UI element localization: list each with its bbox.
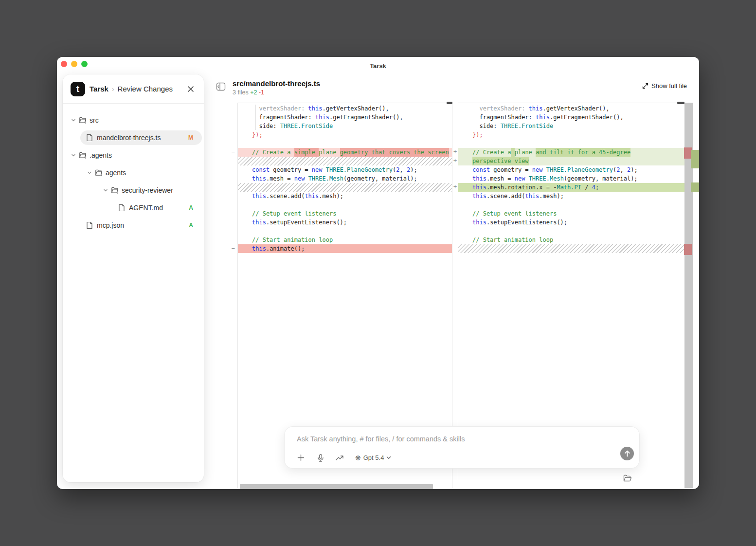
diff-marker-empty bbox=[229, 104, 237, 112]
diff-change-marker: + bbox=[452, 156, 458, 165]
send-button[interactable] bbox=[620, 447, 634, 460]
collapse-sidebar-icon[interactable] bbox=[216, 82, 226, 91]
code-token: const bbox=[472, 166, 490, 173]
left-gutter-markers: −− bbox=[229, 103, 237, 489]
tree-item-label: AGENT.md bbox=[129, 204, 163, 212]
code-token: .setupEventListeners(); bbox=[266, 219, 347, 226]
code-token: THREE.FrontSide bbox=[501, 123, 553, 129]
tarsk-logo: t bbox=[71, 82, 85, 96]
code-token: THREE.Mesh bbox=[529, 175, 564, 182]
microphone-icon[interactable] bbox=[316, 454, 324, 462]
code-token: this bbox=[305, 193, 319, 200]
code-token bbox=[511, 149, 514, 156]
code-line: // Start animation loop bbox=[238, 236, 452, 244]
code-token: .setupEventListeners(); bbox=[486, 219, 567, 226]
code-token: new bbox=[294, 175, 305, 182]
code-token: const bbox=[252, 166, 270, 173]
diff-marker-empty bbox=[452, 165, 458, 174]
code-token bbox=[305, 105, 308, 112]
horizontal-scrollbar-thumb[interactable] bbox=[240, 484, 433, 489]
diff-marker-empty bbox=[229, 226, 237, 235]
code-token: this bbox=[472, 184, 486, 191]
tree-item--agents[interactable]: .agents bbox=[63, 146, 204, 164]
tree-item-agent-md[interactable]: AGENT.mdA bbox=[63, 199, 204, 217]
code-token: this bbox=[315, 114, 329, 121]
code-token: Math.PI bbox=[557, 184, 581, 191]
code-line: this.mesh.rotation.x = -Math.PI / 4; bbox=[458, 183, 684, 192]
code-token: this bbox=[536, 114, 550, 121]
code-line bbox=[458, 244, 684, 253]
model-selector[interactable]: ❋ Gpt 5.4 bbox=[355, 454, 391, 462]
diff-marker-empty bbox=[452, 139, 458, 147]
code-token: this bbox=[529, 105, 543, 112]
file-tree: srcmandelbrot-threejs.tsM.agentsagentsse… bbox=[63, 104, 204, 234]
code-line: // Start animation loop bbox=[458, 236, 684, 244]
code-token: .mesh); bbox=[319, 193, 343, 200]
code-token: 4 bbox=[592, 184, 595, 191]
code-token: .animate(); bbox=[266, 245, 305, 252]
code-token: new bbox=[532, 166, 543, 173]
diff-marker-empty bbox=[229, 218, 237, 226]
code-line: vertexShader: this.getVertexShader(), bbox=[458, 104, 684, 113]
diff-marker-empty bbox=[452, 209, 458, 218]
attach-plus-icon[interactable] bbox=[297, 454, 305, 462]
diff-marker-empty bbox=[229, 191, 237, 200]
code-token: ); bbox=[630, 166, 637, 173]
diff-change-marker: + bbox=[452, 182, 458, 191]
code-token bbox=[525, 175, 528, 182]
tree-item-agents[interactable]: agents bbox=[63, 164, 204, 182]
sidebar-header: t Tarsk › Review Changes bbox=[63, 74, 204, 104]
code-token: plane bbox=[515, 149, 536, 156]
code-line bbox=[458, 200, 684, 209]
model-icon: ❋ bbox=[355, 454, 361, 462]
code-token: / bbox=[581, 184, 592, 191]
close-icon[interactable] bbox=[185, 84, 196, 94]
overview-deletion-marker bbox=[684, 244, 692, 255]
code-line: // Create a simple plane geometry that c… bbox=[238, 148, 452, 157]
folder-icon bbox=[95, 169, 103, 177]
tree-item-security-reviewer[interactable]: security-reviewer bbox=[63, 182, 204, 199]
open-folder-icon[interactable] bbox=[623, 474, 632, 483]
chevron-down-icon[interactable] bbox=[86, 169, 93, 176]
diff-marker-empty bbox=[452, 226, 458, 235]
tree-item-mandelbrot-threejs-ts[interactable]: mandelbrot-threejs.tsM bbox=[63, 129, 204, 146]
git-status-badge: A bbox=[189, 204, 193, 211]
show-full-file-button[interactable]: Show full file bbox=[642, 82, 687, 90]
tree-item-mcp-json[interactable]: mcp.jsonA bbox=[63, 217, 204, 234]
left-pane-scrollbar-thumb[interactable] bbox=[447, 102, 452, 104]
code-line: }); bbox=[238, 130, 452, 139]
code-token: fragmentShader: bbox=[252, 114, 315, 121]
trending-chart-icon[interactable] bbox=[336, 454, 344, 462]
folder-icon bbox=[79, 151, 87, 159]
tree-item-label: .agents bbox=[90, 151, 112, 159]
code-line: perspective view bbox=[458, 157, 684, 165]
code-token: this bbox=[252, 219, 266, 226]
code-line bbox=[458, 139, 684, 148]
code-token: geometry that covers the screen bbox=[340, 149, 449, 156]
chat-input[interactable] bbox=[297, 434, 598, 444]
code-token: THREE.FrontSide bbox=[280, 123, 333, 129]
code-modified: vertexShader: this.getVertexShader(), fr… bbox=[458, 103, 684, 253]
code-line: const geometry = new THREE.PlaneGeometry… bbox=[458, 165, 684, 174]
code-token bbox=[525, 105, 528, 112]
code-token: plane bbox=[319, 149, 340, 156]
code-line: }); bbox=[458, 130, 684, 139]
code-line bbox=[458, 227, 684, 236]
code-line: // Setup event listeners bbox=[458, 209, 684, 218]
folder-icon bbox=[111, 186, 119, 194]
tree-item-src[interactable]: src bbox=[63, 111, 204, 129]
brand-name: Tarsk bbox=[90, 85, 108, 93]
file-icon bbox=[86, 134, 94, 142]
tree-item-label: mcp.json bbox=[97, 221, 124, 229]
code-line: vertexShader: this.getVertexShader(), bbox=[238, 104, 452, 113]
model-name: Gpt 5.4 bbox=[363, 454, 384, 461]
code-token: vertexShader: bbox=[472, 105, 525, 112]
code-token: new bbox=[515, 175, 525, 182]
chevron-down-icon[interactable] bbox=[70, 152, 77, 159]
chevron-down-icon[interactable] bbox=[102, 187, 109, 194]
chevron-down-icon[interactable] bbox=[70, 117, 77, 124]
diff-marker-empty bbox=[229, 112, 237, 121]
right-pane-scrollbar-thumb[interactable] bbox=[677, 102, 684, 104]
code-original: vertexShader: this.getVertexShader(), fr… bbox=[238, 103, 452, 253]
file-icon bbox=[118, 204, 126, 212]
